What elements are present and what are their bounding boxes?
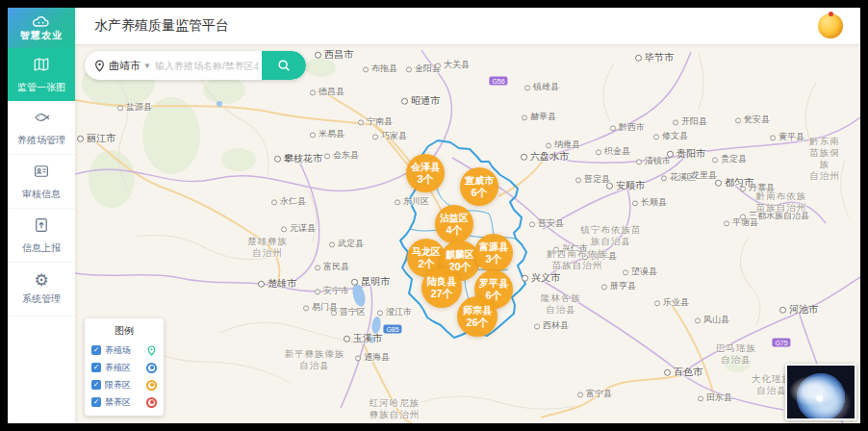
satellite-layer-toggle[interactable] — [785, 364, 856, 420]
sidebar-item-audit-info[interactable]: 审核信息 — [8, 155, 75, 209]
report-upload-icon — [33, 216, 50, 238]
user-avatar[interactable] — [818, 13, 843, 38]
sidebar-item-farm-management[interactable]: 养殖场管理 — [8, 101, 75, 155]
zone-ring-icon — [146, 380, 157, 391]
marker-district-name: 师宗县 — [463, 305, 492, 317]
sidebar-item-info-report[interactable]: 信息上报 — [8, 209, 75, 263]
legend-row-aquaculture-zone[interactable]: ✓ 养殖区 — [91, 359, 157, 376]
search-input[interactable] — [151, 61, 262, 71]
legend-row-restricted-zone[interactable]: ✓ 限养区 — [91, 376, 157, 393]
sidebar-item-label: 系统管理 — [22, 292, 61, 306]
farm-pin-icon — [146, 345, 157, 356]
sidebar: 智慧农业 监管一张图 养殖场管理 — [8, 8, 75, 423]
marker-count: 6个 — [471, 187, 487, 199]
marker-district-name: 麒麟区 — [446, 249, 474, 261]
district-cluster-marker[interactable]: 宣威市6个 — [460, 167, 498, 206]
app-logo: 智慧农业 — [8, 8, 75, 48]
zone-ring-icon — [146, 363, 157, 373]
district-cluster-marker[interactable]: 会泽县3个 — [406, 154, 445, 192]
audit-card-icon — [33, 163, 50, 184]
page-title: 水产养殖质量监管平台 — [94, 17, 229, 35]
search-button[interactable] — [262, 51, 306, 80]
marker-count: 2个 — [418, 258, 434, 270]
zone-ring-icon — [146, 397, 157, 408]
map-canvas[interactable]: 西昌市昭通市毕节市攀枝花市丽江市六盘水市贵阳市安顺市都匀市兴义市昆明市玉溪市楚雄… — [75, 44, 860, 423]
main-column: 水产养殖质量监管平台 — [75, 8, 860, 423]
sidebar-item-label: 养殖场管理 — [17, 134, 65, 147]
legend-title: 图例 — [91, 324, 157, 338]
sidebar-item-label: 审核信息 — [22, 188, 61, 201]
gear-icon: ⚙ — [34, 272, 48, 289]
checkbox-aquaculture-zone[interactable]: ✓ — [91, 363, 101, 372]
district-cluster-marker[interactable]: 沾益区4个 — [435, 205, 473, 243]
city-selector-value: 曲靖市 — [109, 59, 140, 73]
marker-district-name: 会泽县 — [411, 162, 440, 173]
marker-count: 4个 — [446, 224, 462, 237]
marker-district-name: 宣威市 — [465, 175, 494, 187]
sidebar-item-system-management[interactable]: ⚙ 系统管理 — [8, 263, 75, 317]
checkbox-farm[interactable]: ✓ — [91, 345, 101, 355]
district-cluster-marker[interactable]: 富源县3个 — [474, 234, 513, 272]
district-cluster-marker[interactable]: 师宗县26个 — [457, 296, 498, 337]
map-icon — [33, 56, 50, 77]
marker-district-name: 陆良县 — [427, 276, 456, 288]
logo-text: 智慧农业 — [20, 29, 63, 42]
marker-district-name: 沾益区 — [440, 213, 469, 224]
marker-count: 27个 — [430, 288, 452, 300]
city-selector[interactable]: 曲靖市 ▼ — [109, 59, 151, 73]
marker-district-name: 罗平县 — [479, 278, 508, 290]
legend-label: 养殖场 — [105, 344, 142, 357]
legend-label: 限养区 — [105, 379, 142, 392]
legend-label: 养殖区 — [105, 362, 142, 374]
legend-label: 禁养区 — [105, 396, 142, 409]
fish-farm-icon — [33, 109, 50, 130]
marker-count: 3个 — [417, 173, 433, 186]
checkbox-prohibited-zone[interactable]: ✓ — [91, 397, 101, 407]
checkbox-restricted-zone[interactable]: ✓ — [91, 380, 101, 390]
legend-row-prohibited-zone[interactable]: ✓ 禁养区 — [91, 393, 157, 411]
location-pin-icon — [94, 60, 105, 72]
marker-district-name: 马龙区 — [412, 246, 441, 258]
sidebar-item-label: 信息上报 — [22, 241, 61, 255]
search-icon — [277, 59, 291, 72]
top-header: 水产养殖质量监管平台 — [75, 8, 860, 44]
chevron-down-icon: ▼ — [143, 62, 151, 70]
sidebar-item-monitor-map[interactable]: 监管一张图 — [8, 48, 75, 101]
map-legend: 图例 ✓ 养殖场 ✓ 养殖区 ✓ 限养区 — [85, 318, 164, 416]
marker-district-name: 富源县 — [479, 241, 508, 253]
app-window: 智慧农业 监管一张图 养殖场管理 — [8, 8, 860, 423]
district-cluster-marker[interactable]: 陆良县27个 — [421, 267, 462, 308]
marker-count: 3个 — [485, 253, 501, 266]
sidebar-item-label: 监管一张图 — [17, 81, 65, 94]
marker-count: 26个 — [466, 317, 488, 329]
cloud-icon — [32, 14, 51, 28]
legend-row-farm[interactable]: ✓ 养殖场 — [91, 342, 157, 359]
map-search-bar: 曲靖市 ▼ — [85, 51, 306, 80]
